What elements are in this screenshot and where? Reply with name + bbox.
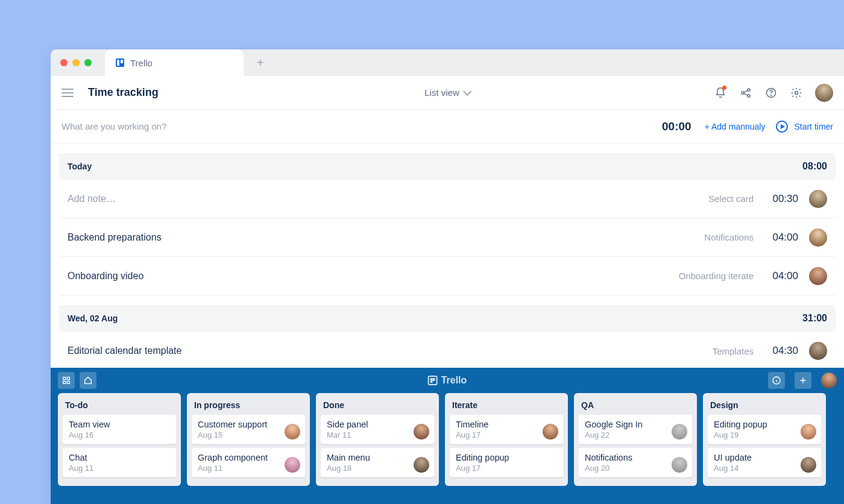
card-title: Customer support	[198, 420, 299, 429]
card-title: Notifications	[585, 453, 686, 462]
view-switch[interactable]: List view	[424, 87, 470, 98]
info-icon	[772, 376, 781, 385]
info-button[interactable]	[768, 372, 785, 389]
trello-icon	[116, 58, 124, 67]
board-card[interactable]: Notifications Aug 20	[579, 448, 692, 477]
menu-button[interactable]	[61, 89, 74, 97]
entry-note: Backend preparations	[68, 232, 162, 243]
board-list: QA Google Sign In Aug 22 Notifications A…	[574, 393, 697, 486]
new-tab-button[interactable]: +	[257, 56, 264, 70]
entry-avatar[interactable]	[809, 190, 827, 208]
start-timer-link[interactable]: Start timer	[794, 122, 833, 131]
list-title: Done	[321, 398, 434, 415]
minimize-window[interactable]	[72, 59, 80, 66]
top-bar: Time tracking List view	[51, 76, 844, 110]
board-card[interactable]: Side panel Mar 11	[321, 415, 434, 444]
app-window: Trello + Time tracking List view	[51, 49, 844, 504]
card-title: Timeline	[456, 420, 557, 429]
notification-dot	[722, 86, 726, 90]
section-header: Wed, 02 Aug31:00	[59, 305, 836, 332]
card-avatar	[801, 457, 816, 473]
entry-avatar[interactable]	[809, 228, 827, 247]
svg-point-4	[771, 95, 772, 95]
card-date: Aug 17	[456, 464, 557, 473]
board-top-bar: Trello	[51, 368, 844, 393]
card-date: Mar 11	[327, 430, 428, 439]
entry-card[interactable]: Templates	[713, 346, 754, 356]
svg-rect-9	[67, 381, 69, 383]
board-list: In progress Customer support Aug 15 Grap…	[187, 393, 310, 486]
user-avatar[interactable]	[815, 84, 833, 102]
card-date: Aug 11	[69, 464, 170, 473]
board-card[interactable]: Timeline Aug 17	[450, 415, 563, 444]
board-card[interactable]: UI update Aug 14	[708, 448, 821, 477]
board-card[interactable]: Chat Aug 11	[63, 448, 176, 477]
card-date: Aug 19	[714, 430, 815, 439]
time-entry[interactable]: Editorial calendar template Templates 04…	[59, 332, 836, 370]
board-card[interactable]: Team view Aug 16	[63, 415, 176, 444]
tab-label: Trello	[130, 58, 153, 68]
share-button[interactable]	[739, 86, 752, 99]
board-card[interactable]: Main menu Aug 18	[321, 448, 434, 477]
work-input[interactable]	[61, 121, 662, 131]
card-date: Aug 22	[585, 430, 686, 439]
notifications-button[interactable]	[714, 86, 727, 99]
entry-avatar[interactable]	[809, 267, 827, 285]
card-avatar	[414, 457, 429, 473]
play-icon[interactable]	[776, 121, 788, 133]
section-label: Wed, 02 Aug	[68, 313, 118, 323]
home-button[interactable]	[80, 372, 96, 389]
section-total: 08:00	[802, 161, 827, 172]
settings-button[interactable]	[790, 86, 803, 99]
list-title: To-do	[63, 398, 176, 415]
browser-tab[interactable]: Trello	[105, 49, 244, 76]
entry-avatar[interactable]	[809, 342, 827, 360]
entry-time: 04:00	[767, 232, 798, 244]
card-date: Aug 14	[714, 464, 815, 473]
card-avatar	[285, 457, 300, 473]
board-list: Done Side panel Mar 11 Main menu Aug 18	[316, 393, 439, 486]
board-card[interactable]: Customer support Aug 15	[192, 415, 305, 444]
board-card[interactable]: Editing popup Aug 19	[708, 415, 821, 444]
board-list: Design Editing popup Aug 19 UI update Au…	[703, 393, 826, 486]
apps-button[interactable]	[58, 372, 75, 389]
share-icon	[740, 87, 752, 99]
svg-rect-8	[63, 381, 66, 383]
board-list: To-do Team view Aug 16 Chat Aug 11	[58, 393, 181, 486]
add-button[interactable]	[795, 372, 811, 389]
entry-note: Onboarding video	[68, 271, 143, 282]
maximize-window[interactable]	[84, 59, 92, 66]
board-card[interactable]: Editing popup Aug 17	[450, 448, 563, 477]
help-button[interactable]	[764, 86, 778, 99]
section-total: 31:00	[802, 313, 827, 324]
entry-card[interactable]: Onboarding iterate	[679, 271, 754, 281]
board-user-avatar[interactable]	[821, 373, 837, 388]
list-title: QA	[579, 398, 692, 415]
timer-row: 00:00 + Add mannualy Start timer	[51, 110, 844, 143]
board-card[interactable]: Graph component Aug 11	[192, 448, 305, 477]
trello-icon	[428, 376, 438, 385]
add-manually-link[interactable]: + Add mannualy	[705, 122, 766, 131]
card-date: Aug 17	[456, 430, 557, 439]
card-title: Google Sign In	[585, 420, 686, 429]
time-entry[interactable]: Add note… Select card 00:30	[59, 180, 836, 218]
entry-time: 00:30	[767, 193, 798, 205]
board-card[interactable]: Google Sign In Aug 22	[579, 415, 692, 444]
section-header: Today08:00	[59, 153, 836, 180]
view-switch-label: List view	[424, 87, 459, 98]
entry-note[interactable]: Add note…	[68, 194, 116, 204]
time-entry[interactable]: Backend preparations Notifications 04:00	[59, 218, 836, 257]
card-title: Side panel	[327, 420, 428, 429]
card-date: Aug 15	[198, 430, 299, 439]
card-title: Editing popup	[456, 453, 557, 462]
entry-card[interactable]: Notifications	[704, 232, 754, 242]
entry-card[interactable]: Select card	[708, 194, 754, 204]
svg-rect-6	[63, 377, 66, 380]
svg-point-5	[795, 91, 798, 94]
time-entry[interactable]: Onboarding video Onboarding iterate 04:0…	[59, 257, 836, 295]
card-title: Team view	[69, 420, 170, 429]
close-window[interactable]	[60, 59, 68, 66]
page-title: Time tracking	[88, 86, 159, 99]
card-avatar	[801, 424, 816, 439]
timer-value: 00:00	[662, 120, 691, 133]
